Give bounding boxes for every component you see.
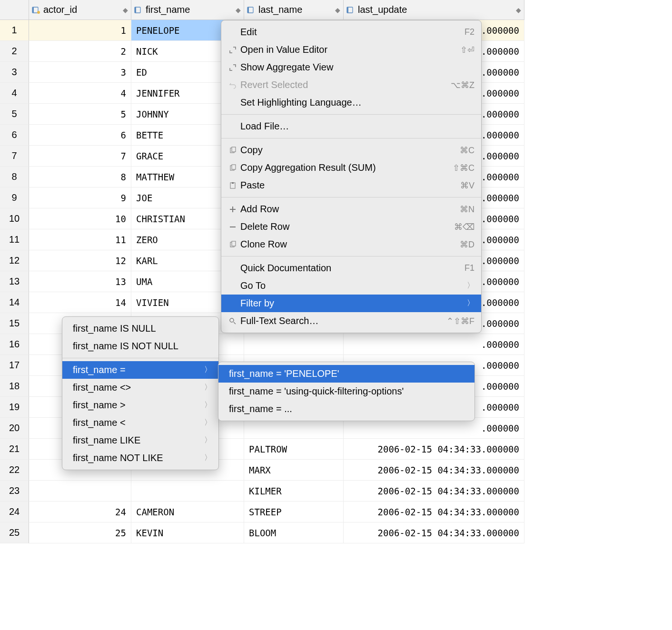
row-number[interactable]: 15 [0, 313, 29, 334]
menu-set-language[interactable]: Set Highlighting Language… [221, 94, 481, 111]
row-number[interactable]: 18 [0, 376, 29, 397]
cell-last-update[interactable]: 2006-02-15 04:34:33.000000 [344, 502, 524, 522]
filter-like[interactable]: first_name LIKE〉 [62, 432, 218, 449]
row-number[interactable]: 5 [0, 104, 29, 125]
filter-value-using-quick[interactable]: first_name = 'using-quick-filtering-opti… [218, 383, 474, 400]
row-number[interactable]: 21 [0, 439, 29, 460]
cell-actor-id[interactable]: 7 [29, 146, 131, 167]
menu-open-value-editor[interactable]: Open in Value Editor⇧⏎ [221, 41, 481, 59]
menu-go-to[interactable]: Go To〉 [221, 277, 481, 295]
filter-not-like[interactable]: first_name NOT LIKE〉 [62, 449, 218, 467]
menu-filter-by[interactable]: Filter by〉 [221, 295, 481, 312]
menu-full-text-search[interactable]: Full-Text Search…⌃⇧⌘F [221, 312, 481, 330]
cell-actor-id[interactable]: 25 [29, 522, 131, 543]
filter-is-not-null[interactable]: first_name IS NOT NULL [62, 337, 218, 355]
sort-indicator-icon[interactable]: ◆ [335, 6, 340, 14]
search-icon [226, 317, 239, 325]
row-number[interactable]: 24 [0, 502, 29, 522]
filter-equals[interactable]: first_name =〉 [62, 361, 218, 379]
row-number[interactable]: 19 [0, 397, 29, 418]
sort-indicator-icon[interactable]: ◆ [516, 6, 521, 14]
cell-actor-id[interactable]: 11 [29, 229, 131, 250]
row-number[interactable]: 4 [0, 83, 29, 104]
filter-value-penelope[interactable]: first_name = 'PENELOPE' [218, 365, 474, 383]
row-number[interactable]: 10 [0, 208, 29, 229]
row-number[interactable]: 8 [0, 167, 29, 187]
filter-not-equals[interactable]: first_name <>〉 [62, 379, 218, 396]
copy-icon [226, 147, 239, 154]
row-number[interactable]: 16 [0, 334, 29, 355]
row-number[interactable]: 22 [0, 460, 29, 481]
cell-actor-id[interactable]: 9 [29, 187, 131, 208]
cell-actor-id[interactable]: 12 [29, 250, 131, 271]
cell-actor-id[interactable]: 8 [29, 167, 131, 187]
cell-first-name[interactable]: KEVIN [131, 522, 244, 543]
row-number[interactable]: 20 [0, 418, 29, 439]
menu-show-aggregate[interactable]: Show Aggregate View [221, 59, 481, 76]
cell-last-update[interactable]: 2006-02-15 04:34:33.000000 [344, 460, 524, 481]
cell-actor-id[interactable]: 4 [29, 83, 131, 104]
menu-clone-row[interactable]: Clone Row⌘D [221, 236, 481, 253]
context-menu: EditF2 Open in Value Editor⇧⏎ Show Aggre… [221, 20, 482, 333]
cell-last-name[interactable]: KILMER [244, 481, 344, 502]
cell-actor-id[interactable]: 1 [29, 20, 131, 41]
menu-edit[interactable]: EditF2 [221, 23, 481, 41]
cell-actor-id[interactable]: 24 [29, 502, 131, 522]
row-number[interactable]: 2 [0, 41, 29, 62]
menu-copy-aggregation[interactable]: Copy Aggregation Result (SUM)⇧⌘C [221, 159, 481, 177]
cell-last-name[interactable]: MARX [244, 460, 344, 481]
row-number[interactable]: 14 [0, 292, 29, 313]
column-header-last_update[interactable]: last_update◆ [344, 0, 524, 20]
copy-icon [226, 241, 239, 248]
filter-is-null[interactable]: first_name IS NULL [62, 320, 218, 337]
cell-actor-id[interactable]: 3 [29, 62, 131, 83]
svg-rect-8 [347, 7, 348, 13]
sort-indicator-icon[interactable]: ◆ [123, 6, 128, 14]
row-number[interactable]: 13 [0, 271, 29, 292]
menu-add-row[interactable]: Add Row⌘N [221, 200, 481, 218]
svg-rect-12 [232, 165, 236, 169]
menu-copy[interactable]: Copy⌘C [221, 141, 481, 159]
row-number[interactable]: 23 [0, 481, 29, 502]
menu-delete-row[interactable]: Delete Row⌘⌫ [221, 218, 481, 236]
row-number[interactable]: 17 [0, 355, 29, 376]
cell-last-update[interactable]: 2006-02-15 04:34:33.000000 [344, 481, 524, 502]
cell-actor-id[interactable]: 2 [29, 41, 131, 62]
sort-indicator-icon[interactable]: ◆ [236, 6, 241, 14]
cell-last-name[interactable]: BLOOM [244, 522, 344, 543]
menu-paste[interactable]: Paste⌘V [221, 177, 481, 194]
cell-last-name[interactable]: PALTROW [244, 439, 344, 460]
cell-last-update[interactable]: 2006-02-15 04:34:33.000000 [344, 522, 524, 543]
filter-greater[interactable]: first_name >〉 [62, 396, 218, 414]
cell-first-name[interactable] [131, 481, 244, 502]
svg-rect-6 [247, 7, 249, 13]
cell-actor-id[interactable]: 5 [29, 104, 131, 125]
menu-quick-doc[interactable]: Quick DocumentationF1 [221, 259, 481, 277]
filter-value-custom[interactable]: first_name = ... [218, 400, 474, 418]
row-number[interactable]: 7 [0, 146, 29, 167]
svg-point-17 [230, 318, 234, 322]
row-number[interactable]: 12 [0, 250, 29, 271]
cell-last-name[interactable]: STREEP [244, 502, 344, 522]
row-number[interactable]: 11 [0, 229, 29, 250]
row-number[interactable]: 25 [0, 522, 29, 543]
row-number[interactable]: 6 [0, 125, 29, 146]
column-header-last_name[interactable]: last_name◆ [244, 0, 344, 20]
row-number[interactable]: 3 [0, 62, 29, 83]
column-header-first_name[interactable]: first_name◆ [131, 0, 244, 20]
row-number[interactable]: 1 [0, 20, 29, 41]
filter-value-submenu: first_name = 'PENELOPE' first_name = 'us… [218, 362, 475, 421]
row-number[interactable]: 9 [0, 187, 29, 208]
cell-actor-id[interactable]: 10 [29, 208, 131, 229]
cell-last-update[interactable]: .000000 [344, 334, 524, 355]
cell-last-name[interactable] [244, 334, 344, 355]
cell-actor-id[interactable] [29, 481, 131, 502]
cell-actor-id[interactable]: 14 [29, 292, 131, 313]
cell-actor-id[interactable]: 6 [29, 125, 131, 146]
column-header-actor_id[interactable]: actor_id◆ [29, 0, 131, 20]
menu-load-file[interactable]: Load File… [221, 118, 481, 135]
cell-actor-id[interactable]: 13 [29, 271, 131, 292]
cell-first-name[interactable]: CAMERON [131, 502, 244, 522]
cell-last-update[interactable]: 2006-02-15 04:34:33.000000 [344, 439, 524, 460]
filter-less[interactable]: first_name <〉 [62, 414, 218, 432]
